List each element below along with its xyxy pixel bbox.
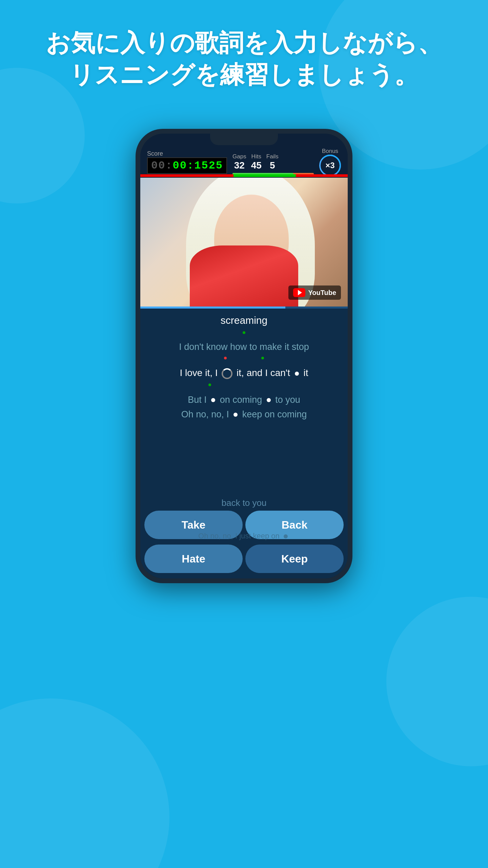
lyric-line-2: I don't know how to make it stop [140, 340, 348, 365]
bonus-value: ×3 [325, 161, 334, 170]
buttons-row-2: Oh no, no, I just keep on Hate Keep [140, 542, 348, 576]
lyric-bullet-3 [267, 398, 271, 402]
lyric-dot-red-1 [224, 357, 227, 359]
score-bar: Score 00:00:1525 Gaps 32 Hits 45 [140, 149, 348, 176]
notch [210, 134, 278, 145]
fails-value: 5 [270, 160, 275, 171]
gaps-label: Gaps [232, 153, 246, 160]
lyric-spinner [222, 368, 232, 379]
score-section: Score 00:00:1525 [147, 150, 227, 174]
hate-button[interactable]: Hate [144, 545, 243, 573]
bonus-section: Bonus ×3 [319, 148, 341, 176]
lyric-line-7: Oh no, no, I just keep on [140, 532, 348, 540]
hits-value: 45 [251, 160, 262, 171]
lyric-line-3: I love it, I it, and I can't it [140, 365, 348, 393]
fails-stat: Fails 5 [266, 153, 279, 171]
person-jacket [190, 245, 298, 307]
lyric-line-5: Oh no, no, I keep on coming [140, 407, 348, 422]
fails-label: Fails [266, 153, 279, 160]
score-label: Score [147, 150, 163, 157]
header-title: お気に入りの歌詞を入力しながら、 リスニングを練習しましょう。 [0, 27, 488, 91]
gaps-value: 32 [234, 160, 245, 171]
gaps-stat: Gaps 32 [232, 153, 246, 171]
lyric-bullet-2 [211, 398, 215, 402]
youtube-play-icon [293, 288, 305, 297]
hits-stat: Hits 45 [251, 153, 262, 171]
keep-button[interactable]: Keep [245, 545, 344, 573]
lyric-dot-green-1 [243, 331, 245, 334]
stats-section: Gaps 32 Hits 45 Fails 5 [232, 153, 314, 171]
lyrics-area: screaming I don't know how to make it st… [140, 307, 348, 578]
time-progress-fill [140, 174, 296, 177]
time-progress-bar [140, 174, 348, 177]
lyric-current: screaming [140, 309, 348, 340]
bonus-circle: ×3 [319, 155, 341, 176]
bonus-label: Bonus [322, 148, 338, 155]
phone-container: Score 00:00:1525 Gaps 32 Hits 45 [136, 129, 352, 583]
phone-inner: Score 00:00:1525 Gaps 32 Hits 45 [140, 134, 348, 578]
video-area: YouTube [140, 178, 348, 307]
youtube-badge: YouTube [288, 285, 341, 300]
score-value: 00:00:1525 [147, 157, 227, 174]
lyric-bullet-1 [295, 372, 299, 376]
lyric-dot-green-2 [261, 357, 264, 359]
youtube-text: YouTube [308, 289, 336, 297]
lyric-bullet-5 [284, 534, 288, 538]
hits-label: Hits [251, 153, 261, 160]
lyric-line-4: But I on coming to you [140, 393, 348, 407]
phone-outer: Score 00:00:1525 Gaps 32 Hits 45 [136, 129, 352, 583]
lyric-dot-green-3 [208, 383, 211, 386]
lyric-line-6: back to you [140, 498, 348, 508]
lyric-bullet-4 [233, 413, 238, 417]
